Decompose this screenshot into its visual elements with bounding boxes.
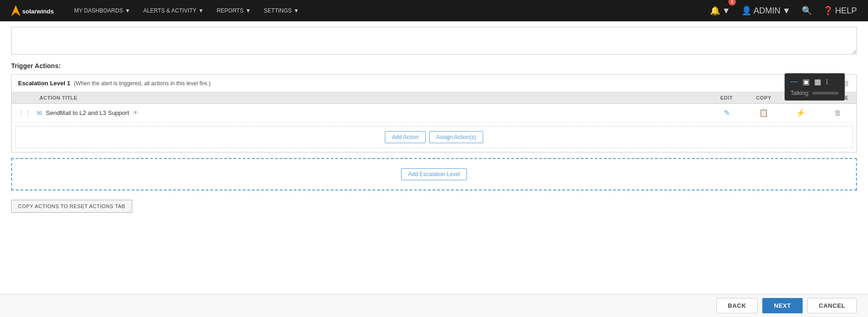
col-header-copy: COPY — [745, 92, 782, 103]
action-copy-cell: 📋 — [745, 104, 782, 122]
talking-row: Talking: — [791, 90, 839, 96]
content-area: Trigger Actions: Escalation Level 1 (Whe… — [0, 21, 868, 222]
admin-menu[interactable]: 👤 ADMIN ▼ — [738, 0, 794, 21]
escalation-block: Escalation Level 1 (When the alert is tr… — [11, 74, 857, 152]
solarwinds-logo[interactable]: solarwinds — [7, 3, 58, 18]
action-name-text: SendMail to L2 and L3 Support — [46, 109, 129, 116]
topnav-right-section: 🔔 9 ▼ 👤 ADMIN ▼ 🔍 ❓ HELP — [706, 0, 861, 21]
action-name-cell: ⋮⋮ ✉ SendMail to L2 and L3 Support 👁 — [12, 105, 708, 121]
footer-bar: BACK NEXT CANCEL — [0, 294, 868, 317]
drag-handle-icon[interactable]: ⋮⋮ — [18, 109, 31, 117]
description-textarea[interactable] — [11, 27, 857, 55]
floating-toolbar: — ▣ ▦ ⁝ Talking: — [785, 73, 845, 101]
mail-icon: ✉ — [37, 109, 42, 117]
back-button[interactable]: BACK — [716, 298, 758, 313]
escalation-header: Escalation Level 1 (When the alert is tr… — [12, 75, 856, 92]
notification-count: 9 — [728, 0, 736, 6]
nav-reports[interactable]: REPORTS ▼ — [210, 0, 257, 21]
col-header-edit: EDIT — [708, 92, 745, 103]
notifications-button[interactable]: 🔔 9 ▼ — [706, 0, 734, 21]
action-edit-cell: ✎ — [708, 104, 745, 122]
toolbar-icon-row: — ▣ ▦ ⁝ — [791, 77, 839, 86]
column-headers: ACTION TITLE EDIT COPY SIMULATE DELETE — [12, 92, 856, 104]
top-navigation: solarwinds MY DASHBOARDS ▼ ALERTS & ACTI… — [0, 0, 868, 21]
escalation-title-group: Escalation Level 1 (When the alert is tr… — [18, 80, 211, 87]
add-escalation-box: Add Escalation Level — [11, 158, 857, 190]
escalation-title: Escalation Level 1 — [18, 80, 70, 87]
toolbar-minus-icon[interactable]: — — [791, 77, 798, 86]
action-delete-cell: 🗑 — [819, 104, 856, 122]
search-icon: 🔍 — [802, 6, 812, 16]
help-icon: ❓ — [823, 6, 833, 16]
toolbar-apps-icon[interactable]: ⁝ — [826, 77, 828, 86]
add-escalation-level-button[interactable]: Add Escalation Level — [401, 168, 467, 180]
toolbar-square-icon[interactable]: ▣ — [803, 77, 810, 86]
cancel-button[interactable]: CANCEL — [807, 298, 857, 313]
main-content: — ▣ ▦ ⁝ Talking: Trigger Actions: Escala… — [0, 21, 868, 317]
notification-chevron: ▼ — [722, 6, 730, 16]
add-action-button[interactable]: Add Action — [385, 131, 425, 143]
next-button[interactable]: NEXT — [762, 298, 803, 313]
user-icon: 👤 — [741, 6, 752, 16]
table-row: ⋮⋮ ✉ SendMail to L2 and L3 Support 👁 ✎ 📋… — [12, 104, 856, 122]
escalation-subtitle: (When the alert is triggered, all action… — [74, 80, 211, 87]
delete-action-button[interactable]: 🗑 — [832, 109, 843, 117]
col-header-action-title: ACTION TITLE — [12, 92, 708, 103]
nav-alerts-activity[interactable]: ALERTS & ACTIVITY ▼ — [137, 0, 210, 21]
search-button[interactable]: 🔍 — [798, 0, 816, 21]
talking-bar — [812, 92, 839, 95]
nav-settings[interactable]: SETTINGS ▼ — [257, 0, 306, 21]
talking-label: Talking: — [791, 90, 810, 96]
help-button[interactable]: ❓ HELP — [819, 0, 861, 21]
preview-icon[interactable]: 👁 — [133, 109, 139, 116]
trigger-actions-label: Trigger Actions: — [11, 62, 857, 70]
assign-actions-button[interactable]: Assign Action(s) — [429, 131, 483, 143]
edit-action-button[interactable]: ✎ — [722, 108, 732, 117]
copy-actions-button[interactable]: COPY ACTIONS TO RESET ACTIONS TAB — [11, 200, 132, 213]
svg-marker-0 — [11, 5, 20, 16]
bell-icon: 🔔 — [710, 6, 720, 16]
copy-action-button[interactable]: 📋 — [757, 108, 770, 117]
action-simulate-cell: ⚡ — [782, 104, 819, 122]
simulate-action-button[interactable]: ⚡ — [794, 108, 807, 117]
svg-text:solarwinds: solarwinds — [22, 8, 54, 15]
nav-my-dashboards[interactable]: MY DASHBOARDS ▼ — [68, 0, 137, 21]
toolbar-grid-icon[interactable]: ▦ — [814, 77, 821, 86]
add-action-row: Add Action Assign Action(s) — [15, 126, 853, 148]
